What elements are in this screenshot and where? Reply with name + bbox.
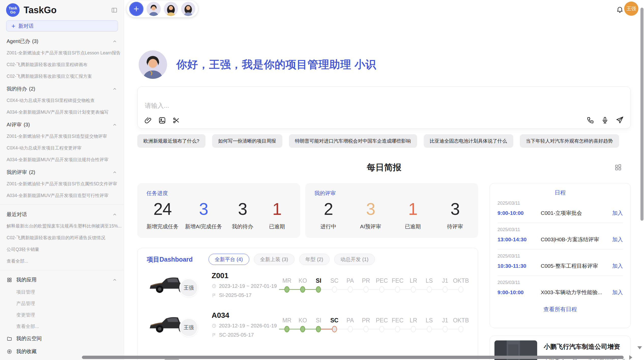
contact-avatar-3[interactable] bbox=[181, 2, 195, 16]
suggestion-chip[interactable]: 当下年轻人对汽车外观有怎样的喜好趋势 bbox=[520, 134, 619, 148]
divider bbox=[0, 270, 124, 270]
sidebar-app-item[interactable]: 产品管理 bbox=[0, 298, 124, 309]
join-button[interactable]: 加入 bbox=[612, 236, 623, 243]
vertical-scrollbar[interactable] bbox=[640, 8, 643, 221]
project-dashboard-card: 项目Dashboard 全新平台 (4) 全新上装 (3) 年型 (2) 动总开… bbox=[137, 248, 478, 360]
sidebar-task-item[interactable]: Z001-全新燃油轻卡产品开发项目SI节点属性5D文件评审 bbox=[0, 178, 124, 190]
contact-avatar-2[interactable] bbox=[164, 2, 178, 16]
chevron-up-icon[interactable] bbox=[112, 122, 117, 127]
send-icon[interactable] bbox=[616, 116, 624, 124]
scroll-right-arrow[interactable] bbox=[629, 355, 632, 360]
sidebar-section-my-todo[interactable]: 我的待办(2) bbox=[0, 82, 124, 95]
suggestion-chip[interactable]: 欧洲新规最近颁布了什么? bbox=[137, 134, 206, 148]
chat-input[interactable]: 请输入... bbox=[145, 101, 169, 110]
sidebar-task-item[interactable]: Z001-全新燃油轻卡产品开发项目SI造型提交物评审 bbox=[0, 130, 124, 142]
join-button[interactable]: 加入 bbox=[612, 209, 623, 217]
section-count: (3) bbox=[24, 122, 30, 127]
brief-layout-grid-icon[interactable] bbox=[614, 163, 622, 171]
favorites-label: 我的收藏 bbox=[16, 348, 37, 355]
milestone-dot bbox=[379, 286, 384, 293]
new-chat-label: 新对话 bbox=[18, 23, 34, 29]
image-upload-icon[interactable] bbox=[158, 116, 166, 124]
milestone-sc: SC bbox=[327, 276, 342, 293]
schedule-event: C003|H0B-方案冻结评审 bbox=[541, 236, 612, 243]
sidebar-task-item[interactable]: C0X4-动力总成开发项目SI里程碑提交物检查 bbox=[0, 95, 124, 106]
milestone-si: SI bbox=[311, 316, 326, 333]
sidebar-task-item[interactable]: A034-全新新能源MUV产品开发项目法规符合性评审 bbox=[0, 154, 124, 166]
sidebar-recent-item[interactable]: 查看全部... bbox=[0, 255, 124, 267]
user-avatar[interactable]: 王强 bbox=[624, 2, 638, 16]
milestone-dot bbox=[458, 286, 463, 293]
horizontal-scrollbar[interactable] bbox=[82, 356, 624, 359]
sidebar-app-item[interactable]: 变更管理 bbox=[0, 309, 124, 321]
app-title: TaskGo bbox=[24, 5, 111, 16]
sidebar-task-item[interactable]: C02-飞腾新能源轻客改款项目里程碑画布 bbox=[0, 59, 124, 70]
contact-avatar-1[interactable] bbox=[147, 2, 161, 16]
stat-ai-prereview: 3 AI预评审 bbox=[357, 200, 385, 230]
view-all-schedule-link[interactable]: 查看所有日程 bbox=[497, 306, 623, 313]
milestone-pa: PA bbox=[342, 276, 358, 293]
milestone-j1: J1 bbox=[437, 276, 453, 293]
tab-new-platform[interactable]: 全新平台 (4) bbox=[209, 254, 249, 265]
schedule-list: 2025/03/119:00-10:00C001-立项审批会加入2025/03/… bbox=[497, 197, 623, 302]
suggestion-chip[interactable]: 特朗普可能对进口汽车增税会对中国车企造成哪些影响 bbox=[289, 134, 417, 148]
user-name: 王强 bbox=[626, 5, 636, 12]
microphone-icon[interactable] bbox=[601, 116, 609, 124]
sidebar-recent-item[interactable]: 公司Q3轻卡销量 bbox=[0, 244, 124, 255]
sidebar-header: Task Go TaskGo bbox=[0, 0, 124, 18]
suggestion-chip[interactable]: 比亚迪全固态电池计划具体说了什么 bbox=[424, 134, 513, 148]
sidebar-item-my-apps[interactable]: 我的应用 bbox=[0, 273, 124, 286]
logo-line1: Task bbox=[9, 6, 17, 10]
join-button[interactable]: 加入 bbox=[612, 262, 623, 269]
taskgo-app: Task Go TaskGo + 新对话 Agent已办(3) Z001-全新燃… bbox=[0, 0, 644, 360]
sidebar-task-item[interactable]: C02-飞腾新能源轻客改款项目立项汇报方案 bbox=[0, 70, 124, 82]
sidebar-app-item[interactable]: 项目管理 bbox=[0, 286, 124, 298]
sidebar-section-agent-done[interactable]: Agent已办(3) bbox=[0, 35, 124, 47]
milestone-dot bbox=[332, 286, 337, 293]
notifications-bell-icon[interactable] bbox=[616, 6, 624, 13]
voice-call-icon[interactable] bbox=[587, 116, 594, 124]
sidebar-task-item[interactable]: A034-全新新能源MUV产品开发项目计划变更表编写 bbox=[0, 106, 124, 118]
chevron-up-icon[interactable] bbox=[112, 86, 117, 92]
milestone-dot bbox=[395, 326, 400, 332]
sidebar-task-item[interactable]: A034-全新新能源MUV产品开发项目造型可行性评审 bbox=[0, 190, 124, 201]
apps-grid-icon bbox=[7, 277, 12, 283]
scroll-down-arrow[interactable] bbox=[637, 346, 642, 349]
milestone-timeline: MRKOSISCPAPRPECFECLRLSJ1OKTB bbox=[279, 276, 469, 293]
screenshot-scissors-icon[interactable] bbox=[172, 116, 180, 124]
sidebar-item-cloud-space[interactable]: 我的云空间 bbox=[0, 332, 124, 345]
chat-composer[interactable]: 请输入... bbox=[137, 86, 631, 129]
tab-powertrain[interactable]: 动总开发 (1) bbox=[334, 254, 375, 265]
milestone-dot bbox=[379, 326, 384, 332]
sidebar: Task Go TaskGo + 新对话 Agent已办(3) Z001-全新燃… bbox=[0, 0, 124, 360]
new-chat-button[interactable]: + 新对话 bbox=[6, 20, 118, 32]
milestone-dot bbox=[427, 326, 432, 332]
tab-new-body[interactable]: 全新上装 (3) bbox=[254, 254, 295, 265]
milestone-dot bbox=[411, 326, 416, 332]
milestone-mr: MR bbox=[279, 316, 295, 333]
suggestion-chip[interactable]: 如何写一份清晰的项目周报 bbox=[212, 134, 282, 148]
sidebar-collapse-icon[interactable] bbox=[111, 7, 118, 13]
project-row-a034[interactable]: 王强 A034 2023-12-19 ~ 2026-01-19 SC-2025-… bbox=[147, 305, 469, 344]
sidebar-scroll-area[interactable]: Agent已办(3) Z001-全新燃油皮卡产品开发项目SI节点Lesson L… bbox=[0, 35, 124, 360]
sidebar-section-ai-review[interactable]: AI评审(3) bbox=[0, 118, 124, 130]
chevron-up-icon[interactable] bbox=[112, 170, 117, 175]
sidebar-section-my-review[interactable]: 我的评审(2) bbox=[0, 166, 124, 178]
join-button[interactable]: 加入 bbox=[612, 289, 623, 296]
chevron-up-icon[interactable] bbox=[112, 212, 117, 217]
sidebar-section-recent[interactable]: 最近对话 bbox=[0, 208, 124, 220]
chevron-up-icon[interactable] bbox=[112, 277, 117, 282]
add-conversation-button[interactable] bbox=[129, 2, 143, 16]
sidebar-task-item[interactable]: C0X4-动力总成开发项目工程变更评审 bbox=[0, 142, 124, 154]
sidebar-app-item[interactable]: 查看全部... bbox=[0, 321, 124, 332]
attachment-icon[interactable] bbox=[144, 116, 152, 124]
chevron-up-icon[interactable] bbox=[112, 39, 117, 44]
project-date-range: 2023-12-19 ~ 2026-01-19 bbox=[219, 323, 277, 329]
project-row-z001[interactable]: 王强 Z001 2023-12-19 ~ 2027-01-19 SI-2025-… bbox=[147, 265, 469, 305]
sidebar-recent-item[interactable]: C02-飞腾新能源轻客改款项目的闭环通告反馈情况 bbox=[0, 232, 124, 244]
milestone-dot bbox=[363, 326, 369, 332]
tab-model-year[interactable]: 年型 (2) bbox=[299, 254, 330, 265]
project-flag-date: SC-2025-05-17 bbox=[219, 332, 254, 338]
sidebar-recent-item[interactable]: 解释最新出台的欧盟报废车法规再生塑料比例被调至15%... bbox=[0, 220, 124, 232]
sidebar-task-item[interactable]: Z001-全新燃油皮卡产品开发项目SI节点Lesson Learn报告 bbox=[0, 47, 124, 59]
